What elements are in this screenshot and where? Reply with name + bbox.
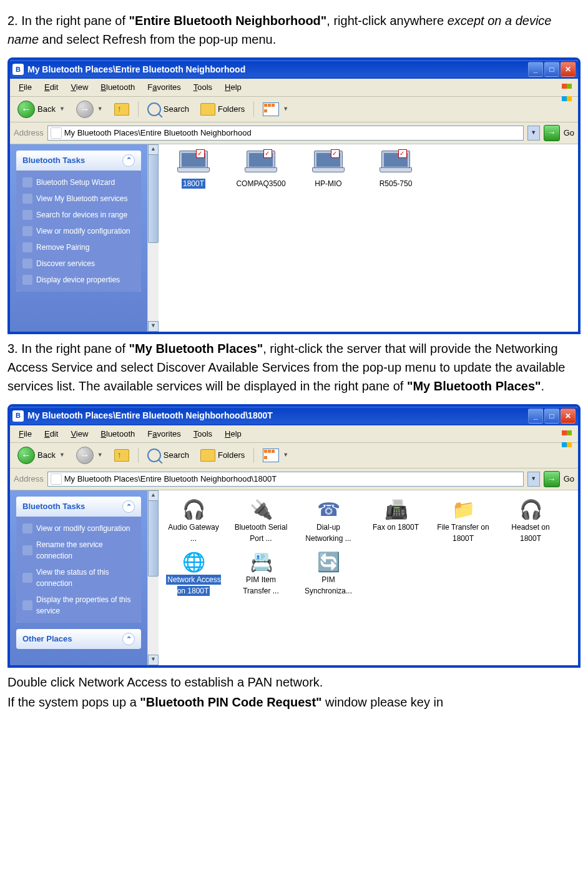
search-icon	[147, 448, 161, 462]
folders-button[interactable]: Folders	[197, 448, 248, 463]
menu-file[interactable]: File	[14, 80, 37, 95]
menu-view[interactable]: View	[66, 80, 93, 95]
folders-button[interactable]: Folders	[197, 102, 248, 117]
task-search-devices[interactable]: Search for devices in range	[17, 207, 140, 223]
address-field[interactable]: My Bluetooth Places\Entire Bluetooth Nei…	[47, 126, 524, 141]
menu-view[interactable]: View	[66, 427, 93, 442]
services-area[interactable]: 🎧Audio Gateway ... 🔌Bluetooth Serial Por…	[159, 490, 578, 665]
minimize-button[interactable]: _	[528, 409, 543, 424]
search-button[interactable]: Search	[144, 447, 193, 463]
address-icon	[51, 473, 62, 485]
address-dropdown[interactable]: ▼	[527, 126, 540, 141]
titlebar[interactable]: B My Bluetooth Places\Entire Bluetooth N…	[10, 407, 578, 425]
menu-edit[interactable]: Edit	[39, 427, 63, 442]
menu-tools[interactable]: Tools	[189, 80, 217, 95]
up-button[interactable]	[110, 448, 133, 463]
device-hp-mio[interactable]: HP-MIO	[300, 151, 357, 189]
windows-logo-icon	[562, 80, 574, 91]
other-places-header[interactable]: Other Places⌃	[16, 629, 141, 649]
service-pim-sync[interactable]: 🔄PIM Synchroniza...	[300, 549, 357, 597]
task-modify-config[interactable]: View or modify configuration	[17, 223, 140, 239]
pim-icon: 📇	[247, 549, 275, 574]
up-button[interactable]	[110, 102, 133, 117]
search-button[interactable]: Search	[144, 101, 193, 117]
phone-icon: ☎	[315, 497, 342, 522]
task-rename-service[interactable]: Rename the service connection	[17, 537, 140, 564]
titlebar[interactable]: B My Bluetooth Places\Entire Bluetooth N…	[10, 60, 578, 79]
minimize-button[interactable]: _	[528, 62, 543, 77]
menu-bluetooth[interactable]: Bluetooth	[96, 80, 140, 95]
maximize-button[interactable]: □	[544, 62, 559, 77]
task-modify-config[interactable]: View or modify configuration	[17, 520, 140, 537]
back-button[interactable]: ←Back▼	[14, 445, 69, 465]
tasks-list: View or modify configuration Rename the …	[16, 517, 141, 623]
paired-badge-icon	[331, 149, 340, 158]
service-file-transfer[interactable]: 📁File Transfer on 1800T	[434, 497, 492, 544]
service-serial-port[interactable]: 🔌Bluetooth Serial Port ...	[232, 497, 290, 544]
tasks-header[interactable]: Bluetooth Tasks⌃	[16, 497, 141, 517]
device-1800t[interactable]: 1800T	[165, 151, 222, 189]
menubar: File Edit View Bluetooth Favorites Tools…	[10, 79, 578, 97]
task-remove-pairing[interactable]: Remove Pairing	[17, 239, 140, 255]
forward-button[interactable]: →▼	[72, 99, 107, 119]
views-button[interactable]: ▼	[259, 447, 292, 463]
search-icon	[147, 102, 161, 116]
device-compaq3500[interactable]: COMPAQ3500	[232, 151, 290, 189]
collapse-icon[interactable]: ⌃	[122, 154, 135, 167]
service-audio-gateway[interactable]: 🎧Audio Gateway ...	[165, 497, 222, 544]
close-button[interactable]: ✕	[561, 62, 576, 77]
task-discover-services[interactable]: Discover services	[17, 255, 140, 272]
side-panel: Bluetooth Tasks⌃ Bluetooth Setup Wizard …	[10, 144, 147, 332]
address-bar: Address My Bluetooth Places\Entire Bluet…	[10, 122, 578, 144]
devices-area[interactable]: 1800T COMPAQ3500 HP-MIO R505-750	[159, 144, 578, 332]
address-field[interactable]: My Bluetooth Places\Entire Bluetooth Nei…	[47, 472, 524, 487]
paired-badge-icon	[398, 149, 407, 158]
views-icon	[263, 448, 279, 462]
menu-help[interactable]: Help	[220, 80, 247, 95]
maximize-button[interactable]: □	[544, 409, 559, 424]
task-display-properties[interactable]: Display the properties of this service	[17, 592, 140, 619]
tasks-list: Bluetooth Setup Wizard View My Bluetooth…	[16, 171, 141, 292]
task-display-properties[interactable]: Display device properties	[17, 272, 140, 288]
menu-tools[interactable]: Tools	[189, 427, 217, 442]
menu-help[interactable]: Help	[220, 427, 247, 442]
device-r505-750[interactable]: R505-750	[367, 151, 424, 189]
windows-logo-icon	[562, 427, 574, 438]
step2-text: 2. In the right pane of "Entire Bluetoot…	[7, 11, 581, 49]
collapse-icon[interactable]: ⌃	[122, 633, 135, 645]
service-fax[interactable]: 📠Fax on 1800T	[367, 497, 424, 544]
window-1800t: B My Bluetooth Places\Entire Bluetooth N…	[7, 404, 581, 668]
menu-favorites[interactable]: Favorites	[142, 427, 185, 442]
service-pim-transfer[interactable]: 📇PIM Item Transfer ...	[232, 549, 290, 597]
address-dropdown[interactable]: ▼	[527, 472, 540, 487]
menu-favorites[interactable]: Favorites	[142, 80, 185, 95]
scrollbar[interactable]: ▲▼	[147, 144, 159, 332]
menu-bluetooth[interactable]: Bluetooth	[96, 427, 140, 442]
toolbar: ←Back▼ →▼ Search Folders ▼	[10, 443, 578, 468]
service-headset[interactable]: 🎧Headset on 1800T	[502, 497, 559, 544]
go-button[interactable]: →	[544, 125, 560, 141]
fax-icon: 📠	[382, 497, 409, 522]
close-button[interactable]: ✕	[561, 409, 576, 424]
window-title: My Bluetooth Places\Entire Bluetooth Nei…	[27, 409, 528, 422]
side-panel: Bluetooth Tasks⌃ View or modify configur…	[10, 490, 147, 665]
menu-file[interactable]: File	[14, 427, 37, 442]
collapse-icon[interactable]: ⌃	[122, 500, 135, 513]
menu-edit[interactable]: Edit	[39, 80, 63, 95]
folder-up-icon	[114, 449, 129, 462]
service-dialup[interactable]: ☎Dial-up Networking ...	[300, 497, 357, 544]
task-view-status[interactable]: View the status of this connection	[17, 564, 140, 592]
back-button[interactable]: ←Back▼	[14, 99, 69, 119]
network-icon: 🌐	[180, 549, 207, 574]
address-icon	[51, 127, 62, 139]
footer-text-2: If the system pops up a "Bluetooth PIN C…	[7, 693, 581, 711]
task-setup-wizard[interactable]: Bluetooth Setup Wizard	[17, 174, 140, 191]
views-button[interactable]: ▼	[259, 101, 292, 117]
go-button[interactable]: →	[544, 471, 560, 487]
task-view-services[interactable]: View My Bluetooth services	[17, 191, 140, 207]
service-network-access[interactable]: 🌐Network Access on 1800T	[165, 549, 222, 597]
forward-button[interactable]: →▼	[72, 445, 107, 465]
tasks-header[interactable]: Bluetooth Tasks⌃	[16, 151, 141, 171]
paired-badge-icon	[196, 149, 205, 158]
scrollbar[interactable]: ▲▼	[147, 490, 159, 665]
